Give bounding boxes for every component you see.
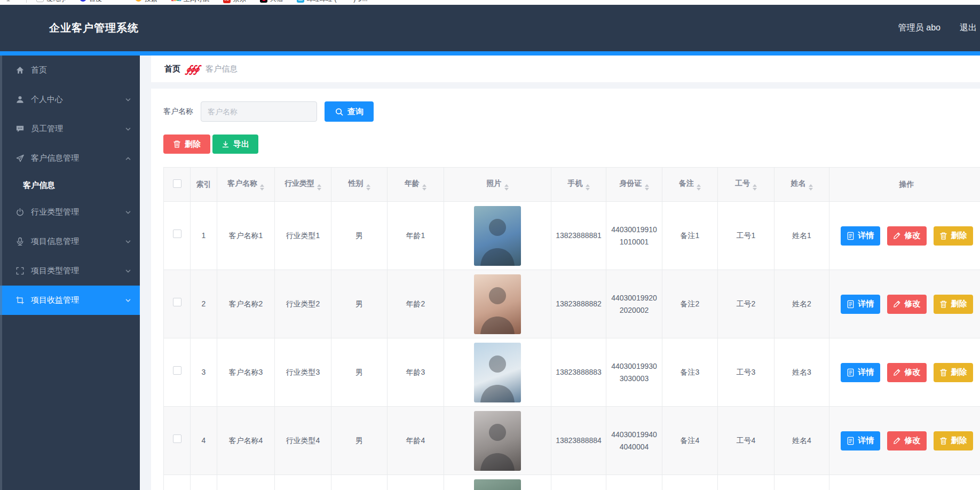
app-title: 企业客户管理系统 [49, 21, 139, 35]
detail-button[interactable]: 详情 [841, 431, 880, 451]
column-header-photo[interactable]: 照片 [444, 168, 551, 202]
sidebar-item[interactable]: 客户信息管理 [0, 144, 140, 173]
sidebar-item[interactable]: 首页 [0, 56, 140, 85]
current-user[interactable]: 管理员 abo [898, 22, 941, 34]
sidebar-item[interactable]: 行业类型管理 [0, 197, 140, 227]
cell-personname: 姓名3 [774, 338, 829, 407]
cell-actions: 详情修改删除 [829, 475, 980, 490]
button-label: 修改 [905, 299, 921, 309]
bookmarks-bar: 爱纯净百度搜索2345上网导航JD京东天猫哔哩哔哩 ( ゜-゜)つ... [0, 0, 980, 5]
search-row: 客户名称 查询 [163, 101, 980, 122]
sidebar-item[interactable]: 项目类型管理 [0, 256, 140, 286]
chevron-down-icon [125, 297, 131, 304]
cell-name: 客户名称3 [217, 338, 275, 407]
column-header-industry[interactable]: 行业类型 [275, 168, 331, 202]
logout-link[interactable]: 退出 [960, 22, 977, 34]
tmall-icon [260, 0, 267, 3]
cell-jobno: 工号3 [718, 338, 774, 407]
row-checkbox[interactable] [173, 434, 181, 443]
bookmark-item[interactable]: 搜索 [135, 0, 157, 4]
customer-photo [474, 206, 521, 266]
bookmark-item[interactable]: 哔哩哔哩 ( ゜-゜)つ... [297, 0, 368, 4]
row-checkbox[interactable] [173, 366, 181, 375]
cell-photo [444, 338, 551, 407]
user-icon [15, 95, 25, 105]
row-checkbox[interactable] [173, 230, 181, 238]
delete-row-button[interactable]: 删除 [934, 295, 973, 314]
cell-remark [662, 475, 718, 490]
delete-row-button[interactable]: 删除 [934, 363, 973, 382]
delete-row-button[interactable]: 删除 [934, 226, 973, 246]
sort-icon[interactable] [504, 184, 509, 191]
sort-icon[interactable] [697, 184, 701, 191]
breadcrumb-home[interactable]: 首页 [164, 64, 180, 74]
sidebar-subitem[interactable]: 客户信息 [0, 173, 140, 197]
cell-photo [444, 202, 551, 270]
cell-age: 年龄4 [388, 407, 444, 475]
sort-icon[interactable] [366, 184, 370, 191]
cell-idcard: 440300199303030003 [606, 338, 662, 407]
export-button[interactable]: 导出 [212, 135, 258, 154]
jd-icon: JD [223, 0, 231, 3]
column-header-name[interactable]: 客户名称 [217, 168, 275, 202]
sort-icon[interactable] [753, 184, 757, 191]
cell-gender: 男 [331, 338, 388, 407]
cell-gender: 男 [331, 407, 388, 475]
bookmark-label: 百度 [89, 0, 102, 4]
bulk-delete-label: 删除 [185, 139, 201, 149]
column-header-label: 备注 [679, 179, 694, 187]
sidebar-item[interactable]: 项目收益管理 [0, 286, 140, 315]
column-header-age[interactable]: 年龄 [388, 168, 444, 202]
cell-age: 年龄3 [388, 338, 444, 407]
page-icon [36, 0, 44, 4]
cell-index: 2 [191, 270, 217, 338]
bookmark-item[interactable]: 百度 [80, 0, 102, 4]
detail-button[interactable]: 详情 [841, 226, 880, 246]
customer-name-input[interactable] [201, 101, 317, 122]
delete-row-button[interactable]: 删除 [934, 431, 973, 451]
column-header-label: 手机 [568, 179, 583, 187]
sort-icon[interactable] [317, 184, 321, 191]
bookmark-item[interactable]: JD京东 [223, 0, 246, 4]
bookmark-item[interactable]: 2345上网导航 [171, 0, 209, 4]
sort-icon[interactable] [422, 184, 426, 191]
column-header-label: 工号 [735, 179, 750, 187]
column-header-personname[interactable]: 姓名 [774, 168, 829, 202]
row-actions: 详情修改删除 [834, 363, 979, 382]
column-header-idcard[interactable]: 身份证 [606, 168, 662, 202]
cell-index: 5 [191, 475, 217, 490]
column-header-jobno[interactable]: 工号 [718, 168, 774, 202]
sort-icon[interactable] [260, 184, 264, 191]
sidebar-item[interactable]: 项目信息管理 [0, 227, 140, 256]
column-header-remark[interactable]: 备注 [662, 168, 718, 202]
column-header-gender[interactable]: 性别 [331, 168, 388, 202]
edit-button[interactable]: 修改 [887, 295, 927, 314]
detail-button[interactable]: 详情 [841, 363, 880, 382]
column-header-phone[interactable]: 手机 [551, 168, 606, 202]
query-button[interactable]: 查询 [325, 101, 374, 122]
progress-strip [0, 51, 980, 56]
sidebar-item[interactable]: 个人中心 [0, 85, 140, 114]
sort-icon[interactable] [645, 184, 649, 191]
row-actions: 详情修改删除 [834, 226, 979, 246]
main-content: 首页 ∮∮∮ 客户信息 客户名称 查询 删除 导出 [140, 56, 980, 490]
sort-icon[interactable] [586, 184, 590, 191]
bookmark-item[interactable] [116, 0, 121, 3]
cell-name: 客户名称1 [217, 202, 275, 270]
sort-icon[interactable] [809, 184, 813, 191]
2345-icon: 2345 [171, 0, 181, 3]
app-header: 企业客户管理系统 管理员 abo 退出 [0, 5, 980, 51]
bookmark-item[interactable] [4, 0, 12, 3]
select-all-checkbox[interactable] [173, 179, 181, 188]
row-checkbox[interactable] [173, 298, 181, 306]
edit-button[interactable]: 修改 [887, 431, 927, 451]
bulk-delete-button[interactable]: 删除 [163, 135, 210, 154]
edit-button[interactable]: 修改 [887, 363, 927, 382]
bookmark-item[interactable]: 爱纯净 [36, 0, 66, 4]
button-label: 删除 [951, 299, 967, 309]
sidebar-item[interactable]: 员工管理 [0, 114, 140, 144]
cell-industry: 行业类型1 [275, 202, 331, 270]
bookmark-item[interactable]: 天猫 [260, 0, 283, 4]
edit-button[interactable]: 修改 [887, 226, 927, 246]
detail-button[interactable]: 详情 [841, 295, 880, 314]
